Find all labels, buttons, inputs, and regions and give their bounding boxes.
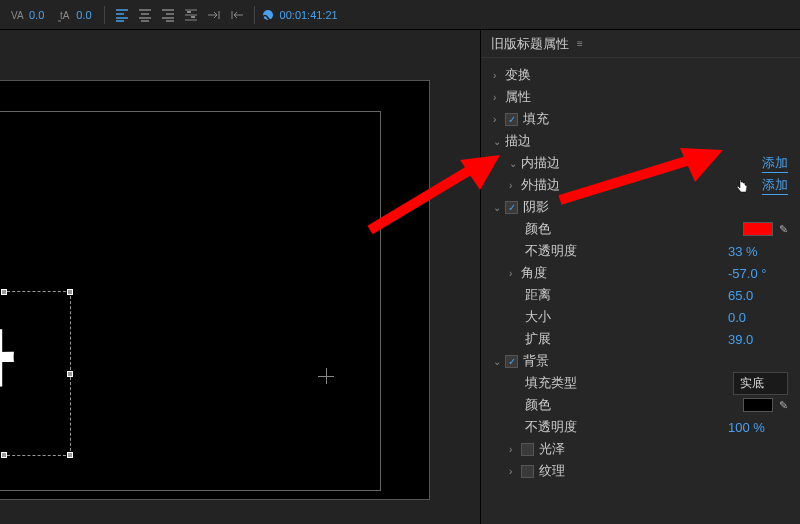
section-label: 变换	[505, 66, 788, 84]
outer-stroke-row[interactable]: › 外描边 添加	[481, 174, 800, 196]
shadow-checkbox[interactable]: ✓	[505, 201, 518, 214]
expand-icon[interactable]: ⌄	[509, 158, 521, 169]
fill-type-dropdown[interactable]: 实底	[733, 372, 788, 395]
sheen-checkbox[interactable]	[521, 443, 534, 456]
properties-section[interactable]: › 属性	[481, 86, 800, 108]
prop-label: 大小	[525, 308, 728, 326]
align-center-icon[interactable]	[134, 4, 156, 26]
prop-label: 颜色	[525, 220, 743, 238]
color-swatch[interactable]	[743, 398, 773, 412]
resize-handle[interactable]	[67, 452, 73, 458]
section-label: 背景	[523, 352, 788, 370]
kerning-control[interactable]: VA 0.0	[5, 3, 50, 27]
svg-text:tA: tA	[60, 10, 70, 21]
expand-icon[interactable]: ⌄	[493, 136, 505, 147]
sheen-row[interactable]: › 光泽	[481, 438, 800, 460]
texture-checkbox[interactable]	[521, 465, 534, 478]
bg-opacity-row: 不透明度 100 %	[481, 416, 800, 438]
toolbar: VA 0.0 tA 0.0 00:01:41:21	[0, 0, 800, 30]
resize-handle[interactable]	[67, 371, 73, 377]
baseline-value: 0.0	[76, 9, 91, 21]
main-area: 静 旧版标题属性 ≡ › 变换	[0, 30, 800, 524]
collapse-icon[interactable]: ›	[509, 268, 521, 279]
section-label: 填充	[523, 110, 788, 128]
panel-header[interactable]: 旧版标题属性 ≡	[481, 30, 800, 58]
background-section[interactable]: ⌄ ✓ 背景	[481, 350, 800, 372]
align-left-icon[interactable]	[111, 4, 133, 26]
collapse-icon[interactable]: ›	[493, 114, 505, 125]
timecode-display[interactable]: 00:01:41:21	[261, 8, 338, 22]
resize-handle[interactable]	[1, 452, 7, 458]
shadow-size-row: 大小 0.0	[481, 306, 800, 328]
baseline-control[interactable]: tA 0.0	[52, 3, 97, 27]
prop-label: 颜色	[525, 396, 743, 414]
opacity-value[interactable]: 33 %	[728, 244, 788, 259]
fill-section[interactable]: › ✓ 填充	[481, 108, 800, 130]
collapse-icon[interactable]: ›	[509, 180, 521, 191]
shadow-angle-row: › 角度 -57.0 °	[481, 262, 800, 284]
distribute-icon[interactable]	[180, 4, 202, 26]
bg-opacity-value[interactable]: 100 %	[728, 420, 788, 435]
selection-box[interactable]	[0, 291, 71, 456]
prop-label: 距离	[525, 286, 728, 304]
background-checkbox[interactable]: ✓	[505, 355, 518, 368]
spread-value[interactable]: 39.0	[728, 332, 788, 347]
shadow-spread-row: 扩展 39.0	[481, 328, 800, 350]
collapse-icon[interactable]: ›	[493, 92, 505, 103]
resize-handle[interactable]	[1, 289, 7, 295]
canvas-area[interactable]: 静	[0, 30, 480, 524]
prop-label: 角度	[521, 264, 728, 282]
size-value[interactable]: 0.0	[728, 310, 788, 325]
prop-label: 外描边	[521, 176, 762, 194]
shadow-color-row: 颜色 ✎	[481, 218, 800, 240]
expand-icon[interactable]: ⌄	[493, 202, 505, 213]
tab-reverse-icon[interactable]	[226, 4, 248, 26]
transform-section[interactable]: › 变换	[481, 64, 800, 86]
eyedropper-icon[interactable]: ✎	[779, 399, 788, 412]
prop-label: 光泽	[539, 440, 788, 458]
collapse-icon[interactable]: ›	[509, 466, 521, 477]
properties-panel: 旧版标题属性 ≡ › 变换 › 属性 › ✓ 填充 ⌄ 描边	[480, 30, 800, 524]
shadow-section[interactable]: ⌄ ✓ 阴影	[481, 196, 800, 218]
panel-title: 旧版标题属性	[491, 35, 569, 53]
section-label: 属性	[505, 88, 788, 106]
canvas-frame-outer: 静	[0, 80, 430, 500]
eyedropper-icon[interactable]: ✎	[779, 223, 788, 236]
properties-list: › 变换 › 属性 › ✓ 填充 ⌄ 描边 ⌄ 内描边	[481, 58, 800, 488]
collapse-icon[interactable]: ›	[493, 70, 505, 81]
section-label: 描边	[505, 132, 788, 150]
shadow-opacity-row: 不透明度 33 %	[481, 240, 800, 262]
add-inner-stroke-link[interactable]: 添加	[762, 154, 788, 173]
tab-icon[interactable]	[203, 4, 225, 26]
toolbar-divider	[254, 6, 255, 24]
texture-row[interactable]: › 纹理	[481, 460, 800, 482]
align-group	[111, 4, 248, 26]
prop-label: 不透明度	[525, 242, 728, 260]
svg-text:VA: VA	[11, 10, 24, 21]
prop-label: 不透明度	[525, 418, 728, 436]
resize-handle[interactable]	[67, 289, 73, 295]
kerning-value: 0.0	[29, 9, 44, 21]
section-label: 阴影	[523, 198, 788, 216]
inner-stroke-row[interactable]: ⌄ 内描边 添加	[481, 152, 800, 174]
panel-menu-icon[interactable]: ≡	[577, 38, 583, 49]
prop-label: 内描边	[521, 154, 762, 172]
collapse-icon[interactable]: ›	[509, 444, 521, 455]
expand-icon[interactable]: ⌄	[493, 356, 505, 367]
toolbar-divider	[104, 6, 105, 24]
bg-color-row: 颜色 ✎	[481, 394, 800, 416]
timecode-value: 00:01:41:21	[280, 9, 338, 21]
add-outer-stroke-link[interactable]: 添加	[762, 176, 788, 195]
color-swatch[interactable]	[743, 222, 773, 236]
prop-label: 纹理	[539, 462, 788, 480]
mouse-cursor-icon	[735, 178, 751, 197]
shadow-distance-row: 距离 65.0	[481, 284, 800, 306]
fill-checkbox[interactable]: ✓	[505, 113, 518, 126]
prop-label: 扩展	[525, 330, 728, 348]
fill-type-row: 填充类型 实底	[481, 372, 800, 394]
angle-value[interactable]: -57.0 °	[728, 266, 788, 281]
stroke-section[interactable]: ⌄ 描边	[481, 130, 800, 152]
distance-value[interactable]: 65.0	[728, 288, 788, 303]
align-right-icon[interactable]	[157, 4, 179, 26]
prop-label: 填充类型	[525, 374, 733, 392]
